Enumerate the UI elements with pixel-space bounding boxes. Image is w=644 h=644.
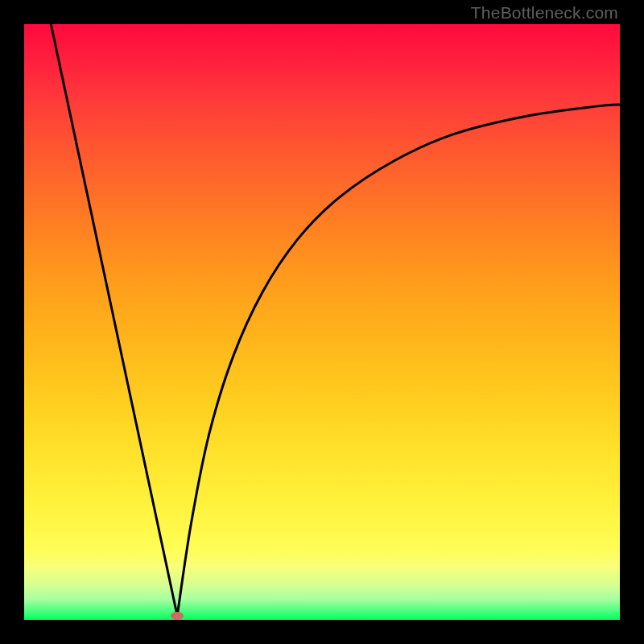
chart-frame: TheBottleneck.com (0, 0, 644, 644)
minimum-marker (171, 612, 184, 620)
watermark-label: TheBottleneck.com (471, 3, 618, 23)
plot-area (24, 24, 620, 620)
bottleneck-curve (24, 24, 620, 620)
